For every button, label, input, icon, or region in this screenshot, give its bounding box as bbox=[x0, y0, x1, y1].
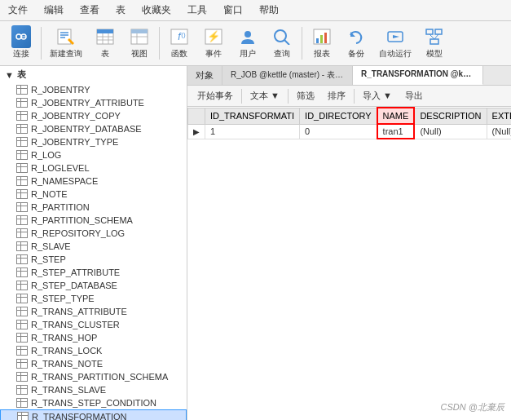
menu-bar: 文件 编辑 查看 表 收藏夹 工具 窗口 帮助 bbox=[0, 0, 511, 21]
sub-toolbar: 开始事务 文本 ▼ 筛选 排序 导入 ▼ 导出 bbox=[187, 86, 511, 107]
sidebar-item-label: R_NAMESPACE bbox=[31, 176, 98, 186]
cell-extended-de[interactable]: (Null) bbox=[487, 124, 511, 139]
svg-rect-34 bbox=[435, 29, 442, 34]
svg-marker-32 bbox=[393, 35, 399, 38]
menu-favorites[interactable]: 收藏夹 bbox=[139, 2, 174, 19]
col-header-arrow bbox=[188, 108, 205, 124]
sidebar-item-label: R_JOBENTRY_COPY bbox=[31, 111, 121, 121]
sidebar-item-r-partition[interactable]: R_PARTITION bbox=[0, 201, 187, 214]
sidebar-item-label: R_TRANS_ATTRIBUTE bbox=[31, 307, 127, 316]
function-button[interactable]: f () 函数 bbox=[163, 24, 196, 62]
import-button[interactable]: 导入 ▼ bbox=[358, 88, 397, 104]
sidebar-item-r-jobentry-copy[interactable]: R_JOBENTRY_COPY bbox=[0, 109, 187, 122]
export-button[interactable]: 导出 bbox=[400, 88, 428, 104]
svg-point-23 bbox=[244, 31, 251, 38]
sidebar-item-r-trans-lock[interactable]: R_TRANS_LOCK bbox=[0, 344, 187, 357]
sidebar-item-r-log[interactable]: R_LOG bbox=[0, 148, 187, 161]
sidebar-item-label: R_JOBENTRY_TYPE bbox=[31, 137, 118, 147]
sidebar-section-tables[interactable]: ▼ 表 bbox=[0, 66, 187, 83]
sidebar-item-r-trans-note[interactable]: R_TRANS_NOTE bbox=[0, 357, 187, 370]
cell-id-transformation[interactable]: 1 bbox=[205, 124, 300, 139]
sidebar-item-label: R_TRANS_LOCK bbox=[31, 346, 102, 356]
user-icon bbox=[238, 27, 258, 46]
tab-close-r-transformation[interactable]: ✕ bbox=[482, 69, 483, 78]
svg-rect-27 bbox=[316, 38, 319, 43]
sidebar-item-label: R_LOGLEVEL bbox=[31, 163, 90, 173]
sidebar-item-r-trans-hop[interactable]: R_TRANS_HOP bbox=[0, 331, 187, 344]
sidebar-item-label: R_REPOSITORY_LOG bbox=[31, 228, 125, 238]
sort-button[interactable]: 排序 bbox=[323, 88, 350, 104]
auto-button[interactable]: 自动运行 bbox=[374, 24, 416, 62]
tab-r-transformation[interactable]: R_TRANSFORMATION @ket... ✕ bbox=[353, 66, 483, 85]
sidebar-item-r-trans-step-condition[interactable]: R_TRANS_STEP_CONDITION bbox=[0, 396, 187, 409]
text-button[interactable]: 文本 ▼ bbox=[245, 88, 284, 104]
main-container: ▼ 表 R_JOBENTRY R_JOBENTRY_ATTRIBUTE R_JO… bbox=[0, 66, 511, 420]
col-header-extended-de[interactable]: EXTENDED_DE bbox=[487, 108, 511, 124]
event-button[interactable]: ⚡ 事件 bbox=[197, 24, 230, 62]
sidebar-item-r-jobentry-database[interactable]: R_JOBENTRY_DATABASE bbox=[0, 122, 187, 135]
sidebar-item-r-note[interactable]: R_NOTE bbox=[0, 188, 187, 201]
table-small-icon bbox=[16, 333, 28, 343]
query-button[interactable]: 查询 bbox=[266, 24, 298, 62]
sidebar-item-r-loglevel[interactable]: R_LOGLEVEL bbox=[0, 161, 187, 175]
sidebar-item-r-jobentry[interactable]: R_JOBENTRY bbox=[0, 83, 187, 96]
col-header-description[interactable]: DESCRIPTION bbox=[414, 108, 487, 124]
begin-transaction-button[interactable]: 开始事务 bbox=[192, 88, 238, 104]
model-button[interactable]: 模型 bbox=[418, 24, 451, 62]
svg-line-25 bbox=[284, 40, 289, 45]
table-small-icon bbox=[16, 254, 28, 264]
menu-help[interactable]: 帮助 bbox=[256, 2, 282, 19]
right-panel: 对象 R_JOB @kettle (master) - 表 ✕ R_TRANSF… bbox=[187, 66, 511, 420]
sidebar-item-label: R_JOBENTRY_DATABASE bbox=[31, 124, 142, 134]
table-icon-btn bbox=[95, 27, 115, 46]
sidebar-item-r-step-attribute[interactable]: R_STEP_ATTRIBUTE bbox=[0, 266, 187, 279]
col-header-id-transformation[interactable]: ID_TRANSFORMATI bbox=[205, 108, 300, 124]
menu-table[interactable]: 表 bbox=[112, 2, 129, 19]
sidebar-item-r-trans-partition-schema[interactable]: R_TRANS_PARTITION_SCHEMA bbox=[0, 370, 187, 383]
sidebar-item-r-transformation[interactable]: R_TRANSFORMATION bbox=[0, 409, 187, 420]
sidebar-item-r-jobentry-type[interactable]: R_JOBENTRY_TYPE bbox=[0, 135, 187, 148]
sidebar-item-r-trans-cluster[interactable]: R_TRANS_CLUSTER bbox=[0, 318, 187, 331]
col-header-id-directory[interactable]: ID_DIRECTORY bbox=[300, 108, 377, 124]
sidebar-item-r-partition-schema[interactable]: R_PARTITION_SCHEMA bbox=[0, 214, 187, 227]
table-small-icon bbox=[17, 412, 29, 420]
user-button[interactable]: 用户 bbox=[231, 24, 264, 62]
tab-objects[interactable]: 对象 bbox=[187, 66, 222, 85]
table-row[interactable]: ▶ 1 0 tran1 (Null) bbox=[188, 124, 512, 139]
menu-window[interactable]: 窗口 bbox=[220, 2, 246, 19]
svg-rect-35 bbox=[430, 39, 438, 44]
sidebar-item-r-slave[interactable]: R_SLAVE bbox=[0, 240, 187, 253]
sidebar-item-label: R_TRANS_HOP bbox=[31, 333, 97, 343]
new-query-icon bbox=[56, 27, 76, 46]
sidebar-item-label: R_TRANSFORMATION bbox=[32, 412, 127, 420]
menu-view[interactable]: 查看 bbox=[77, 2, 103, 19]
sidebar-item-r-trans-slave[interactable]: R_TRANS_SLAVE bbox=[0, 383, 187, 396]
menu-file[interactable]: 文件 bbox=[5, 2, 31, 19]
table-button[interactable]: 表 bbox=[89, 24, 121, 62]
menu-tools[interactable]: 工具 bbox=[184, 2, 210, 19]
table-small-icon bbox=[16, 85, 28, 95]
sidebar-item-r-step-type[interactable]: R_STEP_TYPE bbox=[0, 292, 187, 305]
menu-edit[interactable]: 编辑 bbox=[41, 2, 67, 19]
sidebar-item-r-step-database[interactable]: R_STEP_DATABASE bbox=[0, 279, 187, 292]
sidebar-item-r-jobentry-attribute[interactable]: R_JOBENTRY_ATTRIBUTE bbox=[0, 96, 187, 109]
sidebar-item-r-trans-attribute[interactable]: R_TRANS_ATTRIBUTE bbox=[0, 305, 187, 318]
new-query-button[interactable]: 新建查询 bbox=[45, 24, 87, 62]
view-button[interactable]: 视图 bbox=[123, 24, 156, 62]
sidebar-item-r-repository-log[interactable]: R_REPOSITORY_LOG bbox=[0, 227, 187, 240]
tab-r-job[interactable]: R_JOB @kettle (master) - 表 ✕ bbox=[222, 66, 353, 85]
cell-name[interactable]: tran1 bbox=[377, 124, 415, 139]
filter-button[interactable]: 筛选 bbox=[292, 88, 319, 104]
sidebar-item-label: R_STEP_DATABASE bbox=[31, 281, 117, 290]
col-header-name[interactable]: NAME bbox=[377, 108, 415, 124]
svg-rect-28 bbox=[320, 35, 323, 43]
data-table: ID_TRANSFORMATI ID_DIRECTORY NAME DESCRI… bbox=[187, 107, 511, 420]
table-small-icon bbox=[16, 111, 28, 121]
sidebar-item-r-step[interactable]: R_STEP bbox=[0, 253, 187, 266]
report-button[interactable]: 报表 bbox=[306, 24, 338, 62]
backup-button[interactable]: 备份 bbox=[340, 24, 372, 62]
sidebar-item-r-namespace[interactable]: R_NAMESPACE bbox=[0, 175, 187, 188]
connect-button[interactable]: 连接 bbox=[5, 24, 37, 62]
cell-id-directory[interactable]: 0 bbox=[300, 124, 377, 139]
cell-description[interactable]: (Null) bbox=[414, 124, 487, 139]
